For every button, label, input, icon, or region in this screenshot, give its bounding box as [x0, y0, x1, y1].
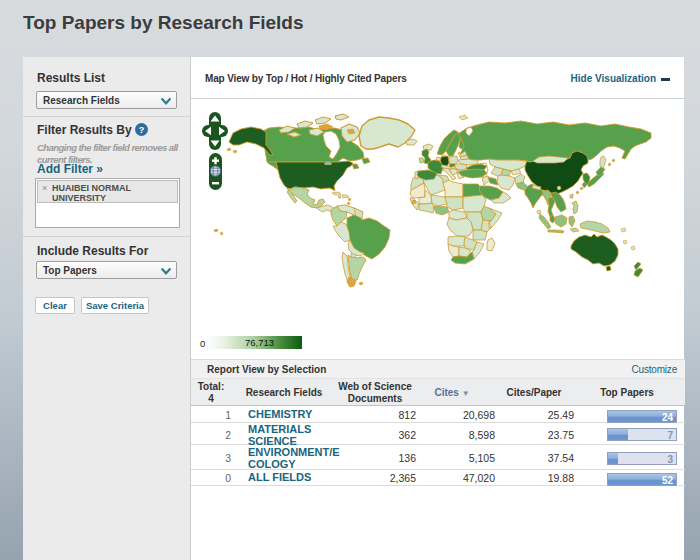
svg-text:?: ? [139, 125, 145, 135]
